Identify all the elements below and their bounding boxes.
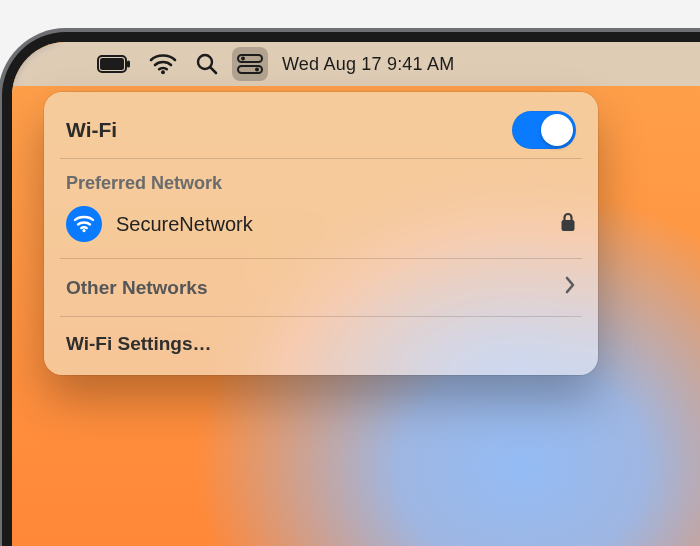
svg-rect-1 xyxy=(100,58,124,70)
battery-status-item[interactable] xyxy=(92,47,136,81)
panel-title: Wi-Fi xyxy=(66,118,117,142)
wifi-panel: Wi-Fi Preferred Network SecureNetwork xyxy=(44,92,598,375)
svg-point-10 xyxy=(82,229,85,232)
control-center-item[interactable] xyxy=(232,47,268,81)
svg-point-3 xyxy=(161,70,165,74)
svg-rect-2 xyxy=(127,61,130,68)
svg-rect-11 xyxy=(562,220,575,231)
divider xyxy=(60,316,582,317)
menu-bar: Wed Aug 17 9:41 AM xyxy=(12,42,700,86)
lock-icon xyxy=(560,212,576,236)
battery-icon xyxy=(97,55,131,73)
menubar-datetime[interactable]: Wed Aug 17 9:41 AM xyxy=(282,54,454,75)
svg-line-5 xyxy=(210,67,216,73)
wifi-status-item[interactable] xyxy=(144,47,182,81)
wifi-settings-row[interactable]: Wi-Fi Settings… xyxy=(44,321,598,369)
wifi-icon xyxy=(149,53,177,75)
search-icon xyxy=(195,52,219,76)
svg-point-7 xyxy=(241,57,245,61)
other-networks-label: Other Networks xyxy=(66,277,207,299)
desktop-screen: Wed Aug 17 9:41 AM Wi-Fi Preferred Netwo… xyxy=(12,42,700,546)
preferred-network-row[interactable]: SecureNetwork xyxy=(44,200,598,254)
preferred-network-label: Preferred Network xyxy=(44,163,598,200)
spotlight-item[interactable] xyxy=(190,47,224,81)
wifi-toggle[interactable] xyxy=(512,111,576,149)
toggle-knob xyxy=(541,114,573,146)
divider xyxy=(60,158,582,159)
connected-network-name: SecureNetwork xyxy=(116,213,546,236)
svg-point-9 xyxy=(255,68,259,72)
control-center-icon xyxy=(237,54,263,74)
chevron-right-icon xyxy=(564,275,576,300)
wifi-settings-label: Wi-Fi Settings… xyxy=(66,333,212,354)
wifi-connected-icon xyxy=(66,206,102,242)
other-networks-row[interactable]: Other Networks xyxy=(44,263,598,312)
divider xyxy=(60,258,582,259)
